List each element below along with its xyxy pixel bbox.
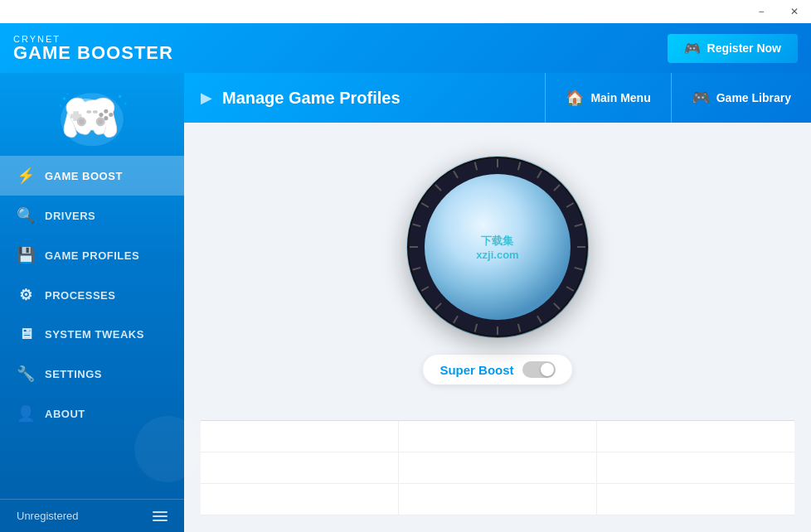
register-button[interactable]: 🎮 Register Now	[668, 34, 798, 63]
close-button[interactable]: ✕	[778, 0, 811, 23]
svg-point-18	[124, 103, 127, 105]
main-content-area: 下载集 xzji.com	[184, 123, 811, 532]
register-gamepad-icon: 🎮	[684, 41, 701, 56]
sidebar-item-game-boost[interactable]: ⚡ GAME BOOST	[0, 156, 184, 196]
top-nav-bar: ▶ Manage Game Profiles 🏠 Main Menu 🎮 Gam…	[184, 73, 811, 123]
svg-rect-7	[86, 110, 91, 113]
header-logo: CRYNET GAME BOOSTER	[13, 35, 173, 62]
game-profiles-icon: 💾	[17, 246, 35, 264]
sidebar-item-drivers[interactable]: 🔍 DRIVERS	[0, 196, 184, 235]
sidebar-item-system-tweaks[interactable]: 🖥 SYSTEM TWEAKS	[0, 315, 184, 354]
svg-point-13	[75, 99, 95, 105]
system-tweaks-icon: 🖥	[17, 326, 35, 343]
svg-point-5	[99, 113, 103, 117]
page-title: Manage Game Profiles	[222, 89, 401, 108]
sidebar-footer: Unregistered	[0, 499, 184, 532]
settings-label: SETTINGS	[45, 368, 102, 380]
game-profiles-label: GAME PROFILES	[45, 249, 139, 262]
svg-point-44	[425, 174, 571, 320]
svg-point-12	[98, 118, 104, 124]
svg-point-14	[63, 97, 66, 99]
main-menu-label: Main Menu	[590, 91, 650, 104]
sidebar-item-processes[interactable]: ⚙ PROCESSES	[0, 275, 184, 315]
settings-icon: 🔧	[17, 365, 35, 383]
bottom-table	[201, 420, 794, 515]
dial-knurl-svg	[406, 156, 589, 338]
sidebar-item-game-profiles[interactable]: 💾 GAME PROFILES	[0, 235, 184, 275]
drivers-label: DRIVERS	[45, 210, 95, 222]
game-boost-label: GAME BOOST	[45, 170, 123, 182]
title-bar: − ✕	[0, 0, 811, 23]
page-title-area: ▶ Manage Game Profiles	[184, 89, 545, 108]
boost-dial-container: 下载集 xzji.com	[406, 139, 589, 393]
table-cell	[399, 452, 597, 483]
table-cell	[399, 484, 597, 515]
game-library-button[interactable]: 🎮 Game Library	[671, 73, 811, 123]
system-tweaks-label: SYSTEM TWEAKS	[45, 328, 144, 341]
svg-point-15	[60, 104, 62, 107]
super-boost-toggle-switch[interactable]	[522, 361, 556, 378]
table-row	[201, 484, 794, 515]
svg-point-3	[104, 109, 108, 114]
svg-point-10	[79, 118, 85, 124]
top-nav-buttons: 🏠 Main Menu 🎮 Game Library	[545, 73, 811, 123]
processes-label: PROCESSES	[45, 289, 115, 302]
game-library-label: Game Library	[716, 91, 791, 104]
sidebar: ⚡ GAME BOOST 🔍 DRIVERS 💾 GAME PROFILES ⚙…	[0, 73, 184, 532]
drivers-icon: 🔍	[17, 206, 35, 225]
table-cell	[201, 421, 399, 452]
game-boost-icon: ⚡	[17, 167, 35, 185]
sidebar-nav: ⚡ GAME BOOST 🔍 DRIVERS 💾 GAME PROFILES ⚙…	[0, 156, 184, 499]
svg-point-17	[119, 95, 121, 98]
logo-text: CRYNET GAME BOOSTER	[13, 35, 173, 62]
about-label: ABOUT	[45, 408, 85, 420]
controller-logo-icon	[8, 81, 176, 148]
table-cell	[597, 421, 794, 452]
svg-point-4	[109, 113, 113, 117]
main-panel: ▶ Manage Game Profiles 🏠 Main Menu 🎮 Gam…	[184, 73, 811, 532]
boost-dial-wrapper: 下载集 xzji.com	[406, 156, 589, 338]
breadcrumb-arrow-icon: ▶	[201, 89, 212, 107]
minimize-button[interactable]: −	[745, 0, 778, 23]
sidebar-logo-area	[0, 73, 184, 156]
hamburger-menu-icon[interactable]	[153, 511, 168, 521]
sidebar-item-settings[interactable]: 🔧 SETTINGS	[0, 354, 184, 394]
boost-dial-outer[interactable]: BOOST	[406, 156, 589, 338]
game-booster-label: GAME BOOSTER	[13, 44, 173, 62]
table-row	[201, 421, 794, 452]
app-header: CRYNET GAME BOOSTER 🎮 Register Now	[0, 23, 811, 73]
content-area: ⚡ GAME BOOST 🔍 DRIVERS 💾 GAME PROFILES ⚙…	[0, 73, 811, 532]
unregistered-label: Unregistered	[17, 510, 78, 522]
table-cell	[201, 484, 399, 515]
super-boost-label: Super Boost	[439, 363, 513, 377]
table-row	[201, 452, 794, 484]
super-boost-toggle-container: Super Boost	[423, 355, 571, 384]
svg-rect-8	[93, 110, 98, 113]
about-icon: 👤	[17, 404, 35, 423]
home-icon: 🏠	[566, 89, 584, 107]
processes-icon: ⚙	[17, 286, 35, 304]
register-label: Register Now	[707, 41, 781, 55]
table-cell	[201, 452, 399, 483]
game-library-gamepad-icon: 🎮	[692, 89, 710, 107]
svg-point-6	[104, 116, 108, 120]
app-container: CRYNET GAME BOOSTER 🎮 Register Now	[0, 23, 811, 532]
main-menu-button[interactable]: 🏠 Main Menu	[545, 73, 670, 123]
sidebar-item-about[interactable]: 👤 ABOUT	[0, 394, 184, 433]
table-cell	[597, 452, 794, 483]
table-cell	[399, 421, 597, 452]
svg-point-16	[67, 93, 69, 94]
table-cell	[597, 484, 794, 515]
